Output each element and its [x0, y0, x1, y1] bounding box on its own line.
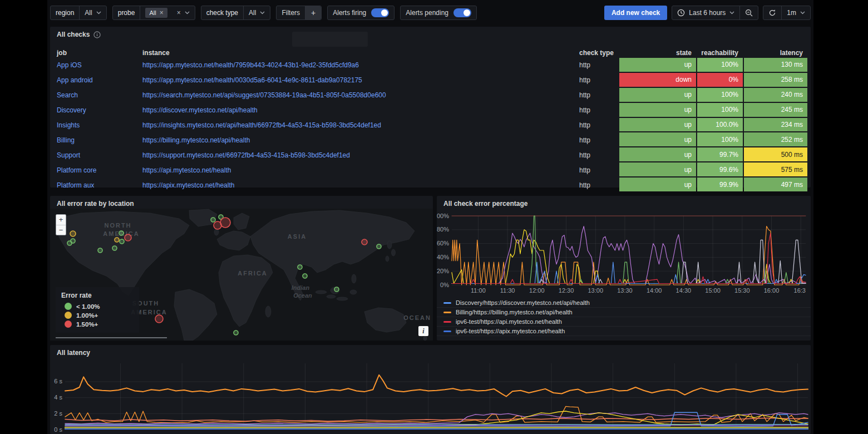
time-range-button[interactable]: Last 6 hours: [672, 6, 739, 19]
instance-link[interactable]: https://api.mytestco.net/health: [142, 166, 579, 174]
reachability-cell: 100%: [697, 132, 743, 146]
alerts-firing-toggle[interactable]: [371, 8, 389, 17]
col-header-latency[interactable]: latency: [744, 49, 808, 57]
latency-cell: 240 ms: [744, 88, 807, 102]
refresh-interval-dropdown[interactable]: 1m: [782, 6, 810, 19]
job-link[interactable]: Platform aux: [57, 181, 142, 189]
map-zoom-out-button[interactable]: −: [56, 225, 66, 235]
check-type-cell: http: [579, 151, 619, 159]
reachability-cell: 99.7%: [697, 147, 743, 161]
latency-cell: 252 ms: [744, 132, 807, 146]
job-link[interactable]: Platform core: [57, 166, 142, 174]
latency-cell: 500 ms: [744, 147, 807, 161]
state-cell: up: [619, 147, 696, 161]
latency-cell: 245 ms: [744, 103, 807, 117]
map-dot[interactable]: [234, 331, 238, 335]
map-dot[interactable]: [112, 246, 117, 250]
chart-legend-item[interactable]: Billing/https://billing.mytestco.net/api…: [437, 308, 811, 317]
map-dot[interactable]: [120, 239, 124, 244]
instance-link[interactable]: https://billing.mytestco.net/api/health: [142, 136, 579, 144]
map-dot[interactable]: [334, 287, 339, 292]
map-dot[interactable]: [119, 231, 124, 235]
map-attribution-button[interactable]: i: [418, 326, 428, 336]
chart-legend-item[interactable]: ipv6-test/https://apix.mytestco.net/heal…: [437, 327, 811, 336]
probe-clear-icon[interactable]: ×: [177, 9, 181, 17]
map-dot[interactable]: [71, 239, 75, 243]
instance-link[interactable]: https://search.mytestco.net/api/suggest/…: [142, 91, 579, 99]
error-percentage-chart[interactable]: 0%20%40%60%80%100%11:0011:3012:0012:3013…: [437, 209, 811, 298]
chart-legend-item[interactable]: ipv6-test/https://api.mytestco.net/healt…: [437, 317, 811, 327]
panel-all-checks-title[interactable]: All checks: [50, 27, 811, 41]
legend-label: Billing/https://billing.mytestco.net/api…: [456, 309, 573, 315]
job-link[interactable]: Support: [57, 151, 142, 159]
panel-all-latency-title[interactable]: All latency: [50, 345, 811, 359]
job-link[interactable]: Search: [57, 91, 142, 99]
instance-link[interactable]: https://app.mytestco.net/health/7959b443…: [142, 61, 579, 69]
legend-label: ipv6-test/https://apix.mytestco.net/heal…: [456, 328, 565, 334]
panel-error-percentage-title[interactable]: All check error percentage: [437, 196, 811, 210]
legend-label: < 1.00%: [76, 303, 100, 310]
map-dot[interactable]: [98, 248, 102, 253]
probe-tag-all[interactable]: All ×: [145, 8, 167, 18]
probe-tag-remove-icon[interactable]: ×: [160, 9, 164, 17]
map-legend-item: 1.00%+: [65, 312, 134, 319]
legend-dot: [65, 312, 72, 319]
check-type-value-dropdown[interactable]: All: [244, 9, 270, 17]
x-tick-label: 11:30: [500, 287, 515, 294]
add-filter-button[interactable]: +: [305, 6, 321, 19]
reachability-cell: 100.0%: [697, 118, 743, 132]
job-link[interactable]: Insights: [57, 121, 142, 129]
legend-dash: [443, 302, 451, 304]
y-tick-label: 100%: [437, 213, 449, 219]
map-dot[interactable]: [362, 239, 367, 245]
instance-link[interactable]: https://insights.mytestco.net/api/health…: [142, 121, 579, 129]
region-value-dropdown[interactable]: All: [80, 9, 106, 17]
x-tick-label: 11:00: [471, 287, 486, 294]
col-header-job[interactable]: job: [57, 49, 142, 57]
col-header-check-type[interactable]: check type: [579, 49, 619, 57]
x-tick-label: 14:30: [676, 287, 692, 294]
filters-chip: Filters +: [276, 6, 322, 20]
legend-label: 1.50%+: [76, 321, 98, 328]
map-dot[interactable]: [155, 315, 163, 323]
x-tick-label: 13:30: [617, 287, 633, 294]
error-chart-legend: Discovery/https://discover.mytestco.net/…: [437, 298, 811, 336]
instance-link[interactable]: https://support.mytestco.net/66972fb4-4a…: [142, 151, 579, 159]
map-zoom-controls: + −: [56, 214, 66, 235]
map-dot[interactable]: [211, 218, 215, 222]
probe-value-dropdown[interactable]: All × ×: [140, 8, 194, 18]
instance-link[interactable]: https://apix.mytestco.net/health: [142, 181, 579, 189]
instance-link[interactable]: https://app.mytestco.net/health/0030d5a6…: [142, 76, 579, 84]
refresh-icon: [768, 9, 776, 17]
chevron-down-icon: [729, 11, 734, 14]
col-header-state[interactable]: state: [619, 49, 697, 57]
map-dot[interactable]: [115, 238, 119, 242]
job-link[interactable]: App android: [57, 76, 142, 84]
job-link[interactable]: App iOS: [57, 61, 142, 69]
map-dot[interactable]: [303, 274, 307, 278]
map-dot[interactable]: [70, 231, 76, 236]
col-header-reachability[interactable]: reachability: [697, 49, 744, 57]
map-dot[interactable]: [298, 265, 302, 269]
map-legend-item: < 1.00%: [65, 303, 134, 310]
job-link[interactable]: Billing: [57, 136, 142, 144]
refresh-button[interactable]: [763, 6, 781, 19]
latency-chart[interactable]: 0 s2 s4 s6 s: [50, 358, 811, 434]
time-zoom-out-button[interactable]: [740, 6, 758, 19]
map-dot[interactable]: [377, 244, 381, 249]
alerts-pending-toggle[interactable]: [453, 8, 471, 17]
filter-check-type: check type All: [201, 6, 271, 20]
x-tick-label: 13:00: [588, 287, 603, 294]
world-map[interactable]: NORTHAMERICASOUTHAMERICAAFRICAASIAIndian…: [50, 209, 433, 341]
add-new-check-button[interactable]: Add new check: [604, 6, 667, 20]
job-link[interactable]: Discovery: [57, 106, 142, 114]
map-zoom-in-button[interactable]: +: [56, 215, 66, 225]
instance-link[interactable]: https://discover.mytestco.net/api/health: [142, 106, 579, 114]
table-row: App androidhttps://app.mytestco.net/heal…: [57, 73, 811, 88]
chart-legend-item[interactable]: Discovery/https://discover.mytestco.net/…: [437, 298, 811, 308]
map-dot[interactable]: [220, 218, 230, 228]
col-header-instance[interactable]: instance: [142, 49, 579, 57]
map-region-label: NORTH: [104, 222, 131, 229]
y-tick-label: 4 s: [54, 394, 62, 401]
map-dot[interactable]: [125, 234, 131, 241]
